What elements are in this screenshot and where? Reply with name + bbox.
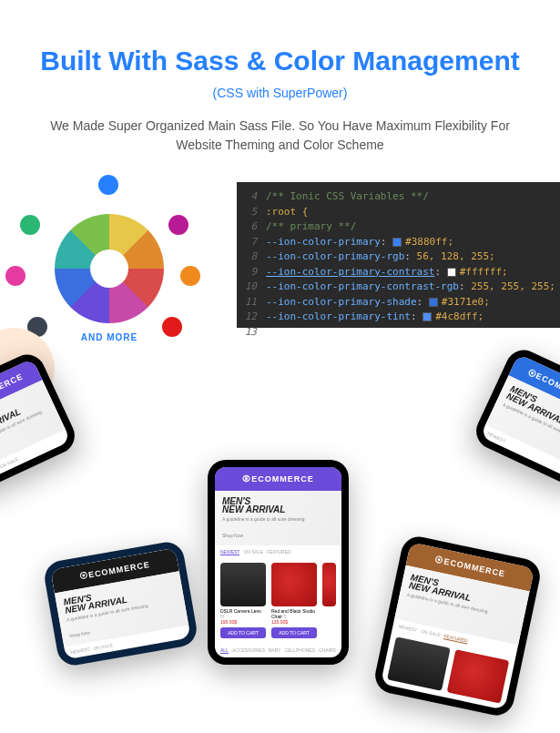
add-to-cart-button[interactable]: ADD TO CART [271,627,317,638]
product-price: 125.00$ [271,619,317,625]
cat-accessories[interactable]: ACCESSORIES [232,647,265,654]
product-card[interactable] [387,636,450,691]
phone-mockup-blue: ⦿ECOMMERCE MEN'S NEW ARRIVAL A guideline… [471,344,560,490]
hero-subtitle: NEW ARRIVAL [222,504,334,514]
tab-featured[interactable]: FEATURED [267,549,291,555]
page-subtitle: (CSS with SuperPower) [27,86,533,100]
color-dot [5,266,25,286]
cat-chairs[interactable]: CHAIRS [319,647,336,654]
phone-mockup-brown: ⦿ECOMMERCE MEN'S NEW ARRIVAL A guideline… [372,534,544,718]
app-header-bar: ⦿ECOMMERCE [215,467,341,491]
add-to-cart-button[interactable]: ADD TO CART [220,627,266,638]
color-dot [168,215,188,235]
tab-sale[interactable]: ON SALE [243,549,263,555]
product-card[interactable]: DSLR Camera Lens ♡ 195.00$ ADD TO CART [220,563,266,638]
page-title: Built With Sass & Color Management [27,46,533,76]
phone-mockup-dark: ⦿ECOMMERCE MEN'S NEW ARRIVAL A guideline… [42,539,199,667]
product-image [322,563,336,606]
product-image [387,636,450,691]
hero-tagline: A guideline is a guide to all sure dress… [222,516,334,522]
color-dot [180,266,200,286]
phone-mockups: ⦿ECOMMERCE MEN'S NEW ARRIVAL A guideline… [0,364,560,733]
color-wheel-icon [55,214,164,323]
page-description: We Made Super Organized Main Sass File. … [27,117,533,155]
color-dot [98,175,118,195]
product-card[interactable]: Red and Black Studio Chair ♡ 125.00$ ADD… [271,563,317,638]
phone-mockup-purple: ⦿ECOMMERCE MEN'S NEW ARRIVAL A guideline… [0,349,80,494]
product-name: DSLR Camera Lens [220,608,261,614]
product-price: 195.00$ [220,619,266,625]
cat-cellphones[interactable]: CELLPHONES [284,647,315,654]
tab-newest[interactable]: NEWEST [220,549,239,555]
cat-all[interactable]: ALL [220,647,229,654]
product-card[interactable] [446,649,509,704]
tab-newest[interactable]: NEWEST [70,646,90,656]
product-image [446,649,509,704]
product-image [220,563,266,606]
color-dot [20,215,40,235]
tab-sale[interactable]: ON SALE [421,628,442,638]
cat-baby[interactable]: BABY [269,647,280,654]
code-snippet: 4/** Ionic CSS Variables **/5:root {6 /*… [237,182,560,328]
shop-now-link[interactable]: Shop Now [222,533,334,538]
tab-newest[interactable]: NEWEST [398,624,418,634]
product-name: Red and Black Studio Chair [271,608,315,619]
tab-sale[interactable]: ON SALE [93,642,113,651]
phone-mockup-center: ⦿ECOMMERCE MEN'S NEW ARRIVAL A guideline… [208,460,349,665]
tab-featured[interactable]: FEATURED [443,633,468,644]
product-card[interactable] [322,563,336,638]
product-image [271,563,317,606]
